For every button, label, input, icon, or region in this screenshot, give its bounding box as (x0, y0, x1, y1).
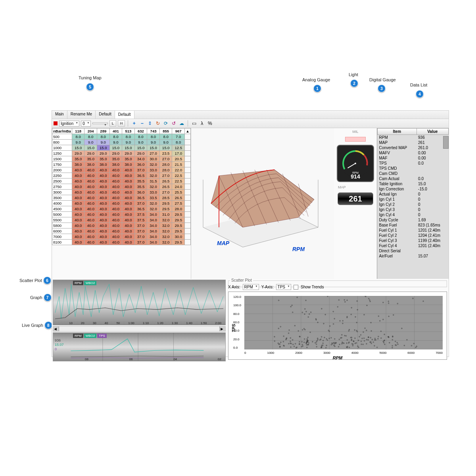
svg-point-66 (295, 343, 296, 344)
svg-point-89 (376, 347, 377, 347)
svg-point-226 (358, 347, 359, 347)
cloud-icon[interactable]: ☁ (178, 120, 185, 127)
annot-tuning-map: Tuning Map (79, 75, 102, 80)
data-list[interactable]: ItemValueRPM936MAP261Converted MAP261.0M… (377, 128, 449, 279)
svg-point-161 (363, 338, 364, 338)
svg-point-85 (321, 339, 321, 340)
svg-point-151 (373, 342, 374, 342)
svg-point-221 (395, 341, 395, 342)
svg-point-248 (366, 330, 367, 331)
surface-x-label: MAP (217, 240, 230, 246)
svg-point-159 (290, 306, 291, 307)
updown-icon[interactable]: ⇕ (147, 120, 153, 127)
svg-point-139 (364, 314, 365, 315)
annot-digital-gauge: Digital Gauge (369, 77, 396, 82)
tab-rename-me[interactable]: Rename Me (67, 111, 96, 119)
percent-icon[interactable]: % (207, 120, 213, 127)
xaxis-select[interactable]: RPM (243, 284, 259, 290)
svg-point-212 (303, 328, 304, 329)
yaxis-select[interactable]: TPS (276, 284, 291, 290)
scrollbar-thumb[interactable] (443, 136, 449, 149)
btn-l[interactable]: L (109, 120, 116, 127)
analog-gauge-value: 914 (338, 173, 373, 180)
svg-point-5 (355, 163, 356, 164)
svg-point-78 (310, 332, 311, 333)
scatter-xlabel: RPM (333, 355, 342, 360)
svg-point-55 (392, 347, 393, 348)
svg-point-245 (383, 319, 384, 320)
svg-point-137 (378, 316, 379, 317)
digital-gauge-label: MAP (338, 185, 346, 189)
svg-point-210 (306, 311, 307, 312)
svg-point-58 (321, 345, 322, 346)
svg-point-195 (278, 344, 279, 345)
show-trends-label: Show Trends (301, 285, 324, 289)
svg-point-243 (292, 312, 293, 313)
svg-point-110 (334, 346, 335, 347)
refresh2-icon[interactable]: ⟳ (163, 120, 169, 127)
svg-point-200 (378, 338, 378, 339)
svg-point-109 (354, 330, 355, 330)
map-select[interactable]: Ignition (59, 121, 79, 127)
scatter-panel: Scatter Plot X Axis: RPM Y-Axis: TPS Sho… (226, 279, 449, 362)
svg-point-255 (280, 342, 281, 343)
lambda-icon[interactable]: λ (199, 120, 205, 127)
svg-point-266 (344, 299, 345, 300)
svg-point-199 (368, 298, 369, 299)
blank-select[interactable] (92, 123, 108, 124)
svg-point-134 (288, 343, 289, 344)
rotate-icon[interactable]: ↺ (171, 120, 177, 127)
tab-default[interactable]: Default (96, 111, 115, 119)
svg-point-185 (326, 347, 326, 348)
svg-point-39 (375, 340, 376, 340)
svg-point-48 (407, 339, 407, 340)
svg-point-190 (415, 347, 416, 348)
svg-point-271 (308, 317, 309, 317)
svg-point-51 (349, 347, 349, 348)
live-graph-panel[interactable]: RPMWBO2TPS 93615.070 08060402 (53, 332, 226, 361)
svg-point-189 (338, 346, 339, 347)
annot-scatter: Scatter Plot 6 (19, 276, 51, 284)
note-icon[interactable]: ▭ (191, 120, 197, 127)
svg-point-56 (302, 329, 303, 330)
svg-point-160 (357, 301, 357, 301)
svg-point-203 (278, 343, 278, 344)
svg-point-64 (328, 330, 329, 331)
svg-point-225 (298, 330, 299, 331)
svg-point-198 (349, 329, 349, 330)
svg-point-242 (352, 345, 353, 346)
plus-icon[interactable]: + (131, 120, 137, 127)
graph-scrollbar[interactable]: ◄ ► (53, 326, 226, 332)
tuning-map-table[interactable]: nBar/mBa118204289401513632743855967▲5008… (52, 128, 191, 279)
number-select[interactable]: 0 (81, 121, 91, 127)
svg-point-214 (371, 330, 372, 331)
svg-point-91 (356, 330, 357, 331)
minus-icon[interactable]: − (139, 120, 145, 127)
svg-point-260 (324, 337, 325, 338)
svg-point-267 (310, 312, 311, 313)
refresh1-icon[interactable]: ↻ (155, 120, 161, 127)
surface-3d-plot[interactable]: MAP RPM (191, 128, 334, 279)
svg-point-49 (384, 334, 385, 335)
svg-point-281 (340, 321, 340, 321)
svg-point-138 (366, 344, 367, 344)
show-trends-checkbox[interactable] (294, 285, 298, 290)
map-color-indicator (54, 121, 58, 125)
svg-point-52 (317, 338, 318, 339)
scatter-title: Scatter Plot (230, 278, 253, 282)
scatter-plot[interactable]: TPS RPM 0.020.040.060.080.0100.0120.0 01… (228, 292, 447, 360)
svg-point-275 (325, 314, 326, 315)
tab-default[interactable]: Default (115, 111, 134, 119)
tab-main[interactable]: Main (52, 111, 67, 119)
svg-point-264 (351, 314, 351, 315)
svg-point-234 (372, 339, 372, 340)
svg-point-119 (344, 343, 344, 344)
btn-h[interactable]: H (118, 120, 125, 127)
svg-point-256 (317, 339, 318, 340)
svg-point-95 (355, 343, 355, 344)
svg-point-77 (389, 342, 390, 343)
graph-panel[interactable]: RPMWBO2 10203040501:001:101:201:301:401:… (53, 280, 226, 325)
svg-point-224 (283, 336, 284, 336)
svg-point-145 (302, 344, 303, 345)
svg-point-270 (307, 337, 308, 338)
